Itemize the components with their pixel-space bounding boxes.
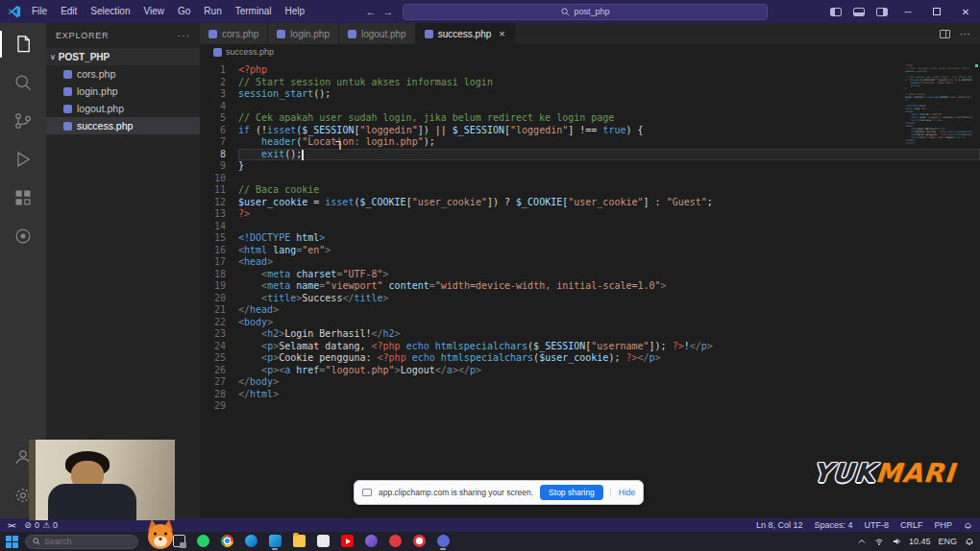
taskbar-app-file-explorer[interactable] [290,533,307,547]
line-number[interactable]: 21 [200,304,226,317]
nav-back-icon[interactable]: ← [362,6,380,17]
maximize-button[interactable] [922,0,951,23]
menu-help[interactable]: Help [279,0,312,23]
tab-login.php[interactable]: login.php [268,23,339,44]
line-number[interactable]: 10 [200,173,226,185]
tab-logout.php[interactable]: logout.php [339,23,416,44]
line-number[interactable]: 24 [200,341,226,353]
line-number[interactable]: 9 [200,160,226,173]
indentation[interactable]: Spaces: 4 [814,520,852,530]
panel-right-icon[interactable] [876,8,888,16]
taskbar-app-opera[interactable] [410,533,428,547]
line-number[interactable]: 23 [200,328,226,341]
code-line[interactable]: session_start(); [238,88,980,101]
wifi-icon[interactable] [874,537,884,546]
taskbar-app-edge[interactable] [242,533,259,547]
notifications-bell-icon[interactable] [964,521,972,530]
line-number[interactable]: 8 [200,149,226,161]
code-line[interactable]: if (!isset($_SESSION["loggedin"]) || $_S… [238,125,980,137]
line-number[interactable]: 1 [200,64,226,77]
menu-terminal[interactable]: Terminal [229,0,279,23]
sidebar-item-explorer[interactable] [0,25,46,63]
code-line[interactable]: <head> [238,256,980,269]
problems-status[interactable]: ⊘ 0 ⚠ 0 [24,520,58,530]
line-number[interactable]: 11 [200,184,226,197]
line-number[interactable]: 6 [200,125,226,137]
sidebar-item-extensions[interactable] [0,179,46,217]
code-line[interactable]: </html> [238,389,980,401]
file-item-login.php[interactable]: login.php [46,83,200,100]
command-center-search[interactable]: post_php [403,4,768,20]
close-button[interactable]: ✕ [951,0,980,23]
line-number[interactable]: 22 [200,317,226,329]
code-line[interactable]: <html lang="en"> [238,245,980,257]
windows-start-icon[interactable] [6,536,18,548]
code-line[interactable]: <p>Selamat datang, <?php echo htmlspecia… [238,341,980,353]
line-number[interactable]: 16 [200,245,226,257]
folder-post-php[interactable]: ∨ POST_PHP [46,48,200,65]
code-line[interactable]: <p>Cookie pengguna: <?php echo htmlspeci… [238,352,980,365]
code-line[interactable]: header("Location: login.php"); [238,136,980,149]
code-line[interactable]: <meta name="viewport" content="width=dev… [238,280,980,293]
line-number[interactable]: 5 [200,112,226,125]
taskbar-app-whatsapp[interactable] [194,533,211,547]
line-number[interactable]: 18 [200,269,226,281]
more-actions-icon[interactable]: ⋯ [960,28,970,40]
line-number[interactable]: 28 [200,389,226,401]
taskbar-app-youtube[interactable] [338,533,355,547]
line-number[interactable]: 12 [200,197,226,209]
hide-sharing-bar-button[interactable]: Hide [610,488,635,497]
taskbar-app-recorder[interactable] [386,533,404,547]
line-number[interactable]: 27 [200,376,226,389]
panel-left-icon[interactable] [830,8,842,16]
tab-success.php[interactable]: success.php× [416,23,515,44]
tab-cors.php[interactable]: cors.php [200,23,268,44]
split-editor-icon[interactable] [940,30,950,38]
file-item-logout.php[interactable]: logout.php [46,100,200,117]
code-line[interactable] [238,173,980,185]
taskbar-app-vscode[interactable] [266,533,283,550]
code-line[interactable]: // Cek apakah user sudah login, jika bel… [238,112,980,125]
code-line[interactable]: <!DOCTYPE html> [238,232,980,245]
code-line[interactable]: exit(); [238,149,980,161]
code-line[interactable] [238,101,980,113]
encoding[interactable]: UTF-8 [864,520,889,530]
tray-language[interactable]: ENG [938,537,957,546]
line-number[interactable]: 25 [200,352,226,365]
cursor-position[interactable]: Ln 8, Col 12 [756,520,803,530]
sidebar-item-run-debug[interactable] [0,140,46,179]
stop-sharing-button[interactable]: Stop sharing [540,485,603,500]
menu-edit[interactable]: Edit [54,0,84,23]
code-line[interactable]: $user_cookie = isset($_COOKIE["user_cook… [238,197,980,209]
code-line[interactable] [238,400,980,413]
tray-clock[interactable]: 10.45 [909,537,931,546]
taskbar-app-chrome[interactable] [218,533,235,547]
sidebar-item-search[interactable] [0,63,46,102]
language-mode[interactable]: PHP [934,520,952,530]
code-line[interactable]: <body> [238,317,980,329]
panel-bottom-icon[interactable] [853,8,865,16]
line-number[interactable]: 7 [200,136,226,149]
minimize-button[interactable]: ─ [894,0,922,23]
line-number[interactable]: 17 [200,256,226,269]
line-number[interactable]: 3 [200,88,226,101]
explorer-more-actions[interactable]: ··· [178,30,190,41]
taskbar-app-clipchamp[interactable] [434,533,452,550]
taskbar-app-photos[interactable] [314,533,331,547]
taskbar-search[interactable] [25,535,138,549]
code-line[interactable]: } [238,160,980,173]
line-number[interactable]: 14 [200,221,226,233]
line-number[interactable]: 2 [200,77,226,89]
notification-bell-icon[interactable] [965,537,974,546]
minimap[interactable]: <?php// Start session untuk akses inform… [905,60,972,518]
code-line[interactable]: </body> [238,376,980,389]
menu-file[interactable]: File [25,0,54,23]
code-line[interactable]: // Baca cookie [238,184,980,197]
file-item-cors.php[interactable]: cors.php [46,65,200,83]
menu-run[interactable]: Run [197,0,228,23]
code-line[interactable]: </head> [238,304,980,317]
line-number[interactable]: 13 [200,208,226,221]
sidebar-item-source-control[interactable] [0,102,46,140]
file-item-success.php[interactable]: success.php [46,117,200,134]
gutter[interactable]: 1234567891011121314151617181920212223242… [200,60,238,518]
